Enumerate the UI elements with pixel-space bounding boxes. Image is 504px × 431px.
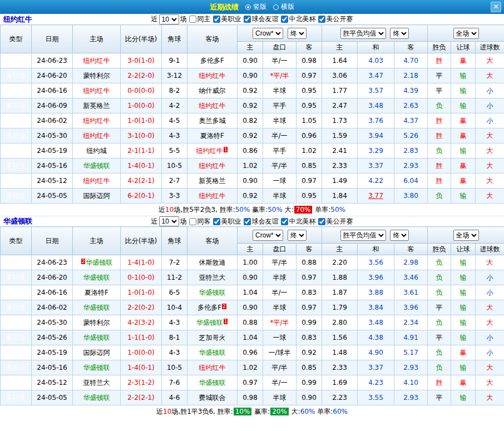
same-venue-checkbox[interactable] — [189, 218, 196, 225]
eu-home-odds-cell: 2.41 — [322, 143, 358, 158]
full-match-select[interactable]: 全场 — [453, 28, 479, 39]
euro-avg-select[interactable]: 胜平负均值 — [340, 28, 386, 39]
league-filter-mls[interactable]: 美职业 — [212, 14, 241, 24]
wdl-cell: 平 — [428, 68, 451, 83]
col-type: 类型 — [1, 25, 32, 53]
euro-final-select[interactable]: 终 — [390, 28, 409, 39]
home-team-cell: 华盛顿联 — [73, 360, 121, 375]
goals-result: 大 — [487, 379, 493, 387]
league-filter-concacaf-cup[interactable]: 中北美杯 — [280, 14, 316, 24]
handicap-result: 输 — [460, 334, 467, 341]
bookmaker-select[interactable]: Crow* — [253, 28, 283, 39]
league-filter-concacaf-cup[interactable]: 中北美杯 — [280, 217, 316, 226]
corner-cell: 5-5 — [162, 143, 187, 158]
league-cell: 美职业 — [1, 53, 32, 68]
match-count-select[interactable]: 10 — [159, 216, 179, 226]
match-date: 24-05-05 — [37, 394, 67, 402]
match-date: 24-05-30 — [37, 319, 67, 326]
home-team-cell: 亚特兰大 — [73, 375, 121, 390]
ah-line: 一球 — [273, 177, 286, 185]
away-team-name: 新英格兰 — [199, 177, 226, 185]
date-cell: 24-06-02 — [32, 300, 73, 315]
ah-away-odds: 0.97 — [302, 177, 317, 185]
away-team-cell: 纽约红牛 — [187, 189, 238, 204]
eu-away-odds-cell: 2.98 — [394, 255, 428, 270]
score-cell: 2-3(1-2) — [121, 375, 162, 390]
same-venue-checkbox[interactable] — [189, 16, 196, 23]
near-label: 近 — [151, 217, 158, 226]
eu-draw-odds: 3.94 — [368, 132, 383, 140]
eu-draw-odds-cell: 3.47 — [358, 68, 394, 83]
league-filter-club-friendly[interactable]: 球会友谊 — [243, 217, 279, 226]
league-filter-us-open-cup[interactable]: 美公开赛 — [317, 217, 353, 226]
us-open-cup-checkbox[interactable] — [318, 16, 325, 23]
corner-score: 7-2 — [169, 259, 180, 266]
league-filter-mls[interactable]: 美职业 — [212, 217, 241, 226]
corner-cell: 2-7 — [162, 174, 187, 189]
corner-score: 10-5 — [167, 364, 182, 371]
layout-vertical-radio[interactable]: 竖版 — [245, 2, 266, 12]
asian-final-select[interactable]: 终 — [288, 28, 307, 39]
league-filter-club-friendly[interactable]: 球会友谊 — [243, 14, 279, 24]
wdl-cell: 负 — [428, 345, 451, 360]
mls-checkbox[interactable] — [213, 16, 220, 23]
match-date: 24-05-05 — [37, 192, 67, 200]
score-cell: 1-0(1-0) — [121, 113, 162, 128]
eu-home-odds-cell: 1.77 — [322, 83, 358, 98]
same-venue-filter[interactable]: 同主 — [188, 14, 211, 24]
handicap-result-cell: 赢 — [451, 158, 476, 174]
date-cell: 24-05-26 — [32, 330, 73, 345]
handicap-result: 输 — [460, 102, 467, 110]
match-count-select[interactable]: 10 — [159, 14, 179, 24]
bookmaker-select[interactable]: Crow* — [253, 230, 283, 241]
section-home-team: 纽约红牛 近 10 场 同主 美职业 球会友谊 — [0, 14, 504, 216]
col-date: 日期 — [32, 25, 73, 53]
match-score: 1-0(1-0) — [127, 117, 155, 125]
eu-home-odds-cell: 2.47 — [322, 98, 358, 113]
eu-home-odds: 1.56 — [332, 334, 347, 341]
same-venue-filter[interactable]: 同客 — [188, 217, 211, 226]
ah-line: 半球 — [273, 192, 286, 200]
handicap-result: 输 — [460, 87, 467, 95]
eu-away-odds: 2.93 — [403, 162, 418, 170]
col-away: 客场 — [187, 227, 238, 255]
summary-part: 60% — [333, 408, 348, 415]
col-ah-away: 客 — [297, 42, 322, 53]
home-team-cell: 夏洛特F — [73, 285, 121, 300]
euro-final-select[interactable]: 终 — [390, 230, 409, 241]
goals-result: 大 — [487, 177, 493, 185]
league-cell: 美职业 — [1, 68, 32, 83]
goals-result: 大 — [487, 162, 493, 170]
eu-away-odds-cell: 2.34 — [394, 315, 428, 330]
ah-line-cell: 一/球半 — [263, 345, 297, 360]
eu-home-odds-cell: 1.73 — [322, 113, 358, 128]
ah-away-odds-cell: 0.85 — [297, 360, 322, 375]
league-filter-us-open-cup[interactable]: 美公开赛 — [317, 14, 353, 24]
home-team-name: 华盛顿联 — [86, 259, 112, 266]
eu-draw-odds: 4.90 — [368, 349, 383, 356]
score-cell: 6-2(0-1) — [121, 189, 162, 204]
ah-home-odds: 1.04 — [243, 334, 258, 341]
concacaf-cup-checkbox[interactable] — [281, 16, 288, 23]
club-friendly-checkbox[interactable] — [244, 218, 251, 225]
eu-away-odds: 6.04 — [403, 177, 418, 185]
club-friendly-checkbox[interactable] — [244, 16, 251, 23]
close-button[interactable]: ✕ — [491, 2, 501, 12]
asian-final-select[interactable]: 终 — [288, 230, 307, 241]
match-row: 美职业24-05-12纽约红牛4-2(2-1)2-7新英格兰0.90一球0.97… — [1, 174, 504, 189]
goals-result: 大 — [487, 192, 493, 200]
layout-horizontal-radio[interactable]: 横版 — [273, 2, 294, 12]
match-row: 美职业24-06-09新英格兰1-0(0-0)4-2纽约红牛0.92平手0.95… — [1, 98, 504, 113]
wdl-result: 平 — [436, 394, 443, 402]
us-open-cup-checkbox[interactable] — [318, 218, 325, 225]
eu-away-odds: 2.63 — [403, 102, 418, 110]
concacaf-cup-checkbox[interactable] — [281, 218, 288, 225]
eu-home-odds-cell: 1.64 — [322, 53, 358, 68]
mls-checkbox[interactable] — [213, 218, 220, 225]
ah-away-odds-cell: 0.97 — [297, 270, 322, 285]
goals-result: 大 — [487, 364, 493, 371]
ah-line-cell: 平/半 — [263, 158, 297, 174]
col-score: 比分(半场) — [121, 25, 162, 53]
euro-avg-select[interactable]: 胜平负均值 — [340, 230, 386, 241]
full-match-select[interactable]: 全场 — [453, 230, 479, 241]
